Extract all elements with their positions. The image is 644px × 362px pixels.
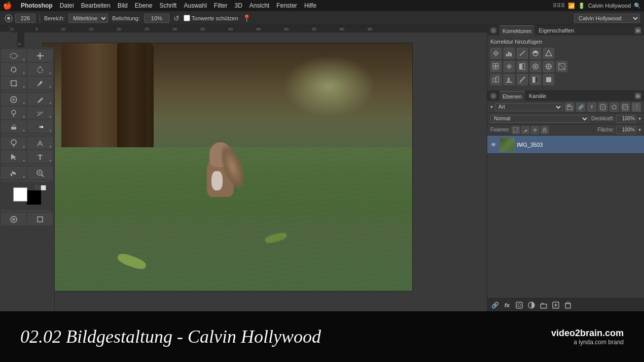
area-input[interactable] xyxy=(616,126,636,134)
document-canvas[interactable] xyxy=(43,43,413,291)
posterize-correction-icon[interactable] xyxy=(517,74,528,85)
options-refresh-icon[interactable]: ↺ xyxy=(173,14,180,22)
bereich-select[interactable]: Mitteltöne xyxy=(68,14,108,23)
direct-select-tool[interactable]: ▸ xyxy=(1,150,26,163)
menu-auswahl[interactable]: Auswahl xyxy=(184,2,206,9)
fix-transparency-icon[interactable] xyxy=(512,126,520,134)
layer-color-icon[interactable] xyxy=(621,103,630,112)
menu-ebene[interactable]: Ebene xyxy=(135,2,153,9)
menu-fenster[interactable]: Fenster xyxy=(276,2,297,9)
colorbalance-correction-icon[interactable] xyxy=(504,61,515,72)
levels-correction-icon[interactable] xyxy=(504,48,515,59)
menu-hilfe[interactable]: Hilfe xyxy=(304,2,316,9)
swatch-reset-icon[interactable]: ⬛⬜ xyxy=(35,185,46,190)
brush-tool[interactable]: ▸ xyxy=(27,93,53,106)
bw-correction-icon[interactable] xyxy=(517,61,528,72)
apple-menu[interactable]: 🍎 xyxy=(3,2,12,10)
menu-photoshop[interactable]: Photoshop xyxy=(21,2,53,9)
color-swatches[interactable]: ⬛⬜ xyxy=(1,183,53,209)
fix-position-icon[interactable] xyxy=(531,126,539,134)
menu-bild[interactable]: Bild xyxy=(118,2,128,9)
layer-effect-icon[interactable] xyxy=(610,103,619,112)
zoom-tool[interactable] xyxy=(27,167,53,179)
crop-tool[interactable]: ▸ xyxy=(1,77,26,89)
fix-brush-icon[interactable] xyxy=(521,126,529,134)
blend-mode-select[interactable]: Normal xyxy=(490,115,589,123)
profile-select[interactable]: Calvin Hollywood xyxy=(574,14,640,23)
belichtung-input[interactable] xyxy=(144,14,169,23)
menu-filter[interactable]: Filter xyxy=(214,2,228,9)
type-tool[interactable]: ▸ xyxy=(27,150,53,163)
photofilter-correction-icon[interactable] xyxy=(530,61,541,72)
foreground-color-swatch[interactable] xyxy=(13,187,27,202)
eraser-tool[interactable]: ▸ xyxy=(1,120,26,133)
area-stepper-icon[interactable]: ▾ xyxy=(638,127,641,133)
eyedropper-tool[interactable]: ▸ xyxy=(27,77,53,89)
quick-select-tool[interactable]: ▸ xyxy=(27,63,53,76)
layer-visibility-toggle[interactable]: 👁 xyxy=(489,141,497,149)
layer-link-footer-icon[interactable]: 🔗 xyxy=(490,301,499,310)
solidcolor-correction-icon[interactable] xyxy=(543,74,554,85)
corrections-collapse-button[interactable]: ≫ xyxy=(635,27,641,34)
layer-link-icon[interactable]: 🔗 xyxy=(576,103,585,112)
quick-mask-tool[interactable] xyxy=(1,213,26,225)
hsl-correction-icon[interactable] xyxy=(490,61,502,72)
tonwerte-checkbox[interactable] xyxy=(184,15,190,21)
fix-lock-icon[interactable] xyxy=(541,126,549,134)
layer-mask-footer-icon[interactable] xyxy=(515,301,524,310)
ellipse-select-tool[interactable]: ▸ xyxy=(1,49,26,62)
curves-correction-icon[interactable] xyxy=(517,48,528,59)
svg-rect-56 xyxy=(506,54,508,56)
layer-delete-footer-icon[interactable] xyxy=(563,301,573,310)
layer-new-footer-icon[interactable] xyxy=(551,301,560,310)
layer-fx-footer-icon[interactable]: fx xyxy=(503,301,512,310)
layer-new-group-icon[interactable] xyxy=(565,103,574,112)
pen-tool[interactable]: ▸ xyxy=(27,137,53,149)
screen-mode-tool[interactable] xyxy=(27,213,53,225)
invert-correction-icon[interactable] xyxy=(530,74,541,85)
mixchannels-correction-icon[interactable] xyxy=(543,61,554,72)
properties-tab[interactable]: Eigenschaften xyxy=(535,25,577,36)
dodge-tool[interactable]: ▸ xyxy=(1,137,26,149)
brightness-correction-icon[interactable] xyxy=(490,48,502,59)
corrections-tab[interactable]: Korrekturen xyxy=(499,25,534,36)
corrections-close-button[interactable]: × xyxy=(490,27,496,34)
svg-text:55: 55 xyxy=(312,27,316,31)
layer-toggle-icon[interactable]: ⋮ xyxy=(632,103,641,112)
threshold-correction-icon[interactable] xyxy=(504,74,515,85)
opacity-stepper-icon[interactable]: ▾ xyxy=(638,116,641,121)
menu-3d[interactable]: 3D xyxy=(234,2,242,9)
menu-bearbeiten[interactable]: Bearbeiten xyxy=(81,2,111,9)
lasso-tool[interactable]: ▸ xyxy=(1,63,26,76)
layers-close-button[interactable]: × xyxy=(490,93,496,99)
gradient-tool[interactable]: ▸ xyxy=(27,120,53,133)
opacity-input[interactable] xyxy=(616,115,636,123)
vibrance-correction-icon[interactable] xyxy=(543,48,554,59)
brush-size-input[interactable] xyxy=(15,14,35,23)
clone-stamp-tool[interactable]: ▸ xyxy=(1,107,26,119)
layer-text-icon[interactable]: T xyxy=(587,103,596,112)
gradient-map-correction-icon[interactable] xyxy=(556,61,567,72)
background-color-swatch[interactable] xyxy=(27,190,41,205)
menu-ansicht[interactable]: Ansicht xyxy=(249,2,269,9)
layer-adjust-icon[interactable] xyxy=(598,103,607,112)
layer-row[interactable]: 👁 IMG_3503 xyxy=(487,136,644,154)
search-icon[interactable]: 🔍 xyxy=(634,3,641,9)
image-bright-spot xyxy=(283,55,375,117)
history-brush-tool[interactable]: ▸ xyxy=(27,107,53,119)
hand-tool[interactable]: ▸ xyxy=(1,167,26,179)
layer-adjustment-footer-icon[interactable] xyxy=(527,301,536,310)
spot-healing-tool[interactable]: ▸ xyxy=(1,93,26,106)
menu-schrift[interactable]: Schrift xyxy=(159,2,176,9)
layers-collapse-button[interactable]: ≫ xyxy=(635,93,641,99)
channels-tab[interactable]: Kanäle xyxy=(526,91,549,101)
move-tool[interactable] xyxy=(27,49,53,62)
user-name[interactable]: Calvin Hollywood xyxy=(588,3,631,9)
layer-type-filter[interactable]: Art xyxy=(495,103,563,111)
menu-datei[interactable]: Datei xyxy=(60,2,74,9)
layers-tab[interactable]: Ebenen xyxy=(499,91,525,101)
options-pin-icon[interactable]: 📍 xyxy=(242,14,251,22)
layer-group-footer-icon[interactable] xyxy=(539,301,548,310)
exposure-correction-icon[interactable] xyxy=(530,48,541,59)
selectivecolor-correction-icon[interactable] xyxy=(490,74,502,85)
